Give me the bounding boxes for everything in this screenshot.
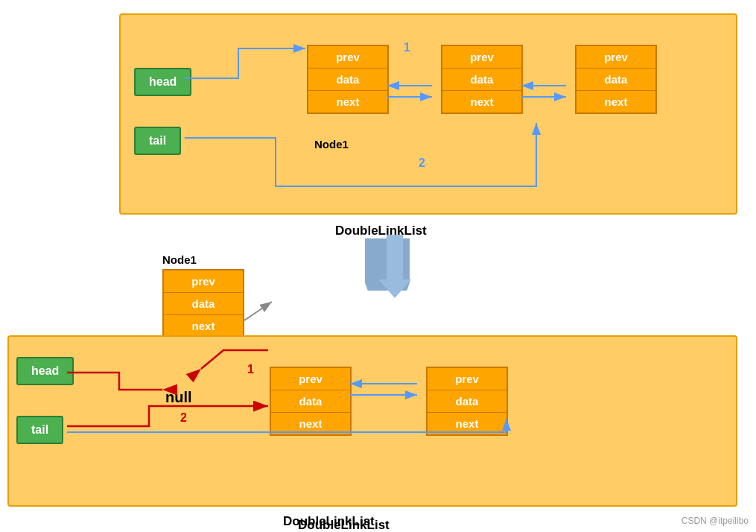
bottom-arrow2-label: 2	[180, 411, 187, 425]
bottom-node2-prev: prev	[428, 368, 506, 390]
floating-node1-prev: prev	[164, 270, 243, 293]
top-node1-prev: prev	[308, 46, 387, 69]
floating-node1-label: Node1	[162, 253, 244, 266]
top-node3: prev data next	[575, 45, 657, 114]
bottom-head-pointer: head	[16, 357, 74, 385]
top-node3-prev: prev	[576, 46, 655, 69]
top-node1: prev data next	[307, 45, 389, 114]
bottom-arrow1-label: 1	[247, 363, 254, 376]
floating-node1-next: next	[164, 315, 243, 337]
floating-node1-data: data	[164, 293, 243, 315]
floating-node1: prev data next	[162, 269, 244, 338]
bottom-node1: prev data next	[270, 367, 352, 436]
top-node2-data: data	[442, 69, 521, 91]
top-tail-pointer: tail	[134, 127, 181, 155]
bottom-node1-data: data	[271, 390, 350, 413]
bottom-title-display: DoubleLinkList	[283, 514, 375, 529]
diagram-container: prev data next prev data next prev data …	[0, 0, 756, 532]
top-node3-data: data	[576, 69, 655, 91]
bottom-node1-prev: prev	[271, 368, 350, 390]
top-node1-next: next	[308, 91, 387, 113]
top-title: DoubleLinkList	[335, 224, 427, 238]
top-node1-data: data	[308, 69, 387, 91]
top-arrow2-label: 2	[419, 156, 425, 170]
top-arrow1-label: 1	[404, 41, 410, 54]
top-node1-label: Node1	[314, 138, 349, 151]
bottom-node2-data: data	[428, 390, 506, 413]
bottom-box: null prev data next prev data next 1 2	[7, 335, 737, 507]
bottom-tail-pointer: tail	[16, 416, 63, 444]
bottom-node2-next: next	[428, 413, 506, 434]
watermark: CSDN @itpeilibo	[682, 516, 749, 526]
bottom-node2: prev data next	[426, 367, 508, 436]
bottom-node1-next: next	[271, 413, 350, 434]
top-head-pointer: head	[134, 68, 191, 96]
floating-node1-label-text: Node1 prev data next	[162, 253, 244, 338]
top-box: prev data next prev data next prev data …	[119, 13, 737, 215]
top-node2-next: next	[442, 91, 521, 113]
big-down-arrow	[365, 238, 410, 294]
null-label: null	[165, 389, 192, 406]
top-node2: prev data next	[441, 45, 523, 114]
top-node2-prev: prev	[442, 46, 521, 69]
top-node3-next: next	[576, 91, 655, 113]
